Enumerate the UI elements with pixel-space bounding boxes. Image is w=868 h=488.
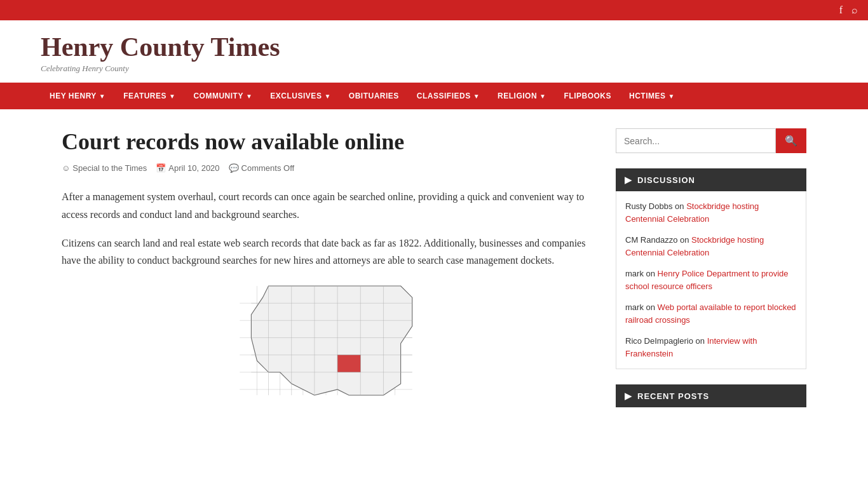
chevron-down-icon: ▼ (324, 93, 330, 100)
recent-posts-section: ▶ RECENT POSTS (616, 384, 806, 407)
chevron-down-icon: ▼ (473, 93, 480, 100)
list-icon: ▶ (625, 391, 632, 401)
chevron-down-icon: ▼ (539, 93, 546, 100)
main-content: Court records now available online ☺ Spe… (62, 128, 590, 423)
site-title[interactable]: Henry County Times (41, 32, 280, 62)
nav-exclusives[interactable]: EXCLUSIVES ▼ (261, 83, 339, 109)
discussion-header: ▶ DISCUSSION (616, 168, 806, 191)
user-icon: ☺ (62, 163, 70, 173)
chevron-down-icon: ▼ (668, 93, 675, 100)
nav-hey-henry[interactable]: HEY HENRY ▼ (41, 83, 114, 109)
chevron-down-icon: ▼ (99, 93, 105, 100)
nav-classifieds[interactable]: CLASSIFIEDS ▼ (408, 83, 489, 109)
comment-icon: ▶ (625, 175, 632, 185)
recent-posts-header: ▶ RECENT POSTS (616, 384, 806, 407)
article-date: 📅 April 10, 2020 (156, 163, 219, 173)
sidebar: 🔍 ▶ DISCUSSION Rusty Dobbs on Stockbridg… (616, 128, 806, 423)
article-title: Court records now available online (62, 128, 590, 156)
nav-obituaries[interactable]: OBITUARIES (340, 83, 408, 109)
nav-community[interactable]: COMMUNITY ▼ (184, 83, 261, 109)
article-author: ☺ Special to the Times (62, 163, 147, 173)
article-paragraph-1: After a management system overhaul, cour… (62, 188, 590, 222)
list-item: mark on Web portal available to report b… (625, 301, 797, 326)
site-tagline: Celebrating Henry County (41, 64, 827, 74)
main-nav: HEY HENRY ▼ FEATURES ▼ COMMUNITY ▼ EXCLU… (0, 83, 868, 109)
article-comments: 💬 Comments Off (229, 163, 295, 173)
list-item: mark on Henry Police Department to provi… (625, 268, 797, 292)
list-item: CM Randazzo on Stockbridge hosting Cente… (625, 234, 797, 259)
comment-icon: 💬 (229, 163, 239, 173)
chevron-down-icon: ▼ (169, 93, 175, 100)
list-item: Rusty Dobbs on Stockbridge hosting Cente… (625, 200, 797, 225)
top-bar: f ⌕ (0, 0, 868, 20)
search-icon[interactable]: ⌕ (851, 4, 858, 16)
nav-features[interactable]: FEATURES ▼ (114, 83, 184, 109)
chevron-down-icon: ▼ (246, 93, 252, 100)
list-item: Rico DeImpaglerio on Interview with Fran… (625, 335, 797, 360)
search-box: 🔍 (616, 128, 806, 153)
discussion-section: ▶ DISCUSSION Rusty Dobbs on Stockbridge … (616, 168, 806, 369)
search-input[interactable] (616, 128, 776, 153)
article-body: After a management system overhaul, cour… (62, 188, 590, 269)
content-wrapper: Court records now available online ☺ Spe… (21, 109, 847, 442)
article-meta: ☺ Special to the Times 📅 April 10, 2020 … (62, 163, 590, 173)
calendar-icon: 📅 (156, 163, 166, 173)
svg-rect-25 (337, 355, 360, 372)
nav-flipbooks[interactable]: FLIPBOOKS (555, 83, 620, 109)
nav-religion[interactable]: RELIGION ▼ (489, 83, 555, 109)
georgia-map-image (224, 280, 428, 401)
facebook-icon[interactable]: f (839, 4, 843, 16)
article-image (62, 280, 590, 401)
article-paragraph-2: Citizens can search land and real estate… (62, 234, 590, 269)
discussion-body: Rusty Dobbs on Stockbridge hosting Cente… (616, 191, 806, 369)
site-header: Henry County Times Celebrating Henry Cou… (0, 20, 868, 83)
nav-hctimes[interactable]: HCTIMES ▼ (620, 83, 684, 109)
search-button[interactable]: 🔍 (776, 128, 806, 153)
